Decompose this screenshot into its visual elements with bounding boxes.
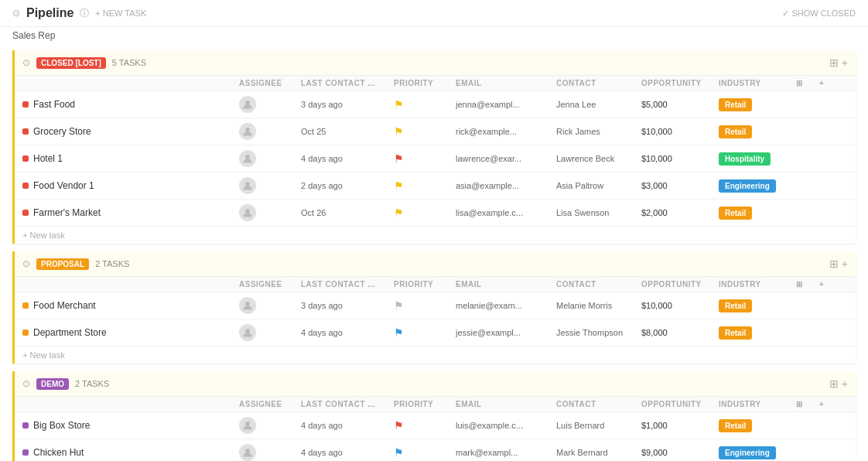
grid-icon[interactable]: ⊞ xyxy=(829,258,839,270)
opportunity-cell: $3,000 xyxy=(641,181,719,190)
info-icon[interactable]: ⓘ xyxy=(80,7,89,20)
opportunity-cell: $10,000 xyxy=(641,154,719,163)
email-cell: jessie@exampl... xyxy=(456,328,556,337)
task-dot xyxy=(22,210,29,216)
table-row[interactable]: Chicken Hut 4 days ago ⚑ mark@exampl... … xyxy=(15,439,856,461)
priority-cell: ⚑ xyxy=(394,152,456,165)
table-row[interactable]: Food Vendor 1 2 days ago ⚑ asia@example.… xyxy=(15,172,856,200)
task-name: Food Vendor 1 xyxy=(22,180,239,191)
industry-cell: Retail xyxy=(719,126,796,137)
industry-cell: Engineering xyxy=(719,180,796,191)
pipeline-title: Pipeline xyxy=(26,6,73,20)
th-email: EMAIL xyxy=(456,280,556,289)
priority-cell: ⚑ xyxy=(394,98,456,111)
th-last-contact: LAST CONTACT ... xyxy=(301,400,394,408)
last-contact-cell: 3 days ago xyxy=(301,100,394,109)
contact-cell: Lawrence Beck xyxy=(556,154,641,163)
industry-badge: Engineering xyxy=(719,446,776,459)
section-tasks-count: 5 TASKS xyxy=(112,58,146,67)
priority-flag: ⚑ xyxy=(394,299,404,312)
grid-icon[interactable]: ⊞ xyxy=(829,377,839,390)
last-contact-cell: 4 days ago xyxy=(301,421,394,430)
industry-badge: Retail xyxy=(719,299,752,312)
th-assignee: ASSIGNEE xyxy=(239,280,301,289)
industry-cell: Hospitality xyxy=(719,153,796,164)
task-dot xyxy=(22,128,29,135)
collapse-icon[interactable]: ⊙ xyxy=(12,8,20,19)
priority-cell: ⚑ xyxy=(394,419,456,432)
section-header-icons: ⊞ + xyxy=(829,377,848,390)
table-row[interactable]: Grocery Store Oct 25 ⚑ rick@example... R… xyxy=(15,118,856,145)
th-assignee: ASSIGNEE xyxy=(239,79,301,87)
task-name: Farmer's Market xyxy=(22,207,239,218)
assignee-avatar xyxy=(239,150,256,167)
task-name: Chicken Hut xyxy=(22,447,239,458)
add-task-icon[interactable]: + xyxy=(842,56,848,69)
svg-point-6 xyxy=(245,329,250,333)
email-cell: asia@example... xyxy=(456,181,556,190)
table-row[interactable]: Farmer's Market Oct 26 ⚑ lisa@example.c.… xyxy=(15,200,856,227)
task-name: Fast Food xyxy=(22,99,239,110)
section-proposal: ⊙ PROPOSAL 2 TASKS ⊞ + ASSIGNEE LAST CON… xyxy=(12,251,856,364)
contact-cell: Jenna Lee xyxy=(556,100,641,109)
th-opportunity: OPPORTUNITY xyxy=(641,280,719,289)
industry-badge: Hospitality xyxy=(719,152,771,166)
section-collapse-icon[interactable]: ⊙ xyxy=(22,258,30,269)
add-task-icon[interactable]: + xyxy=(842,377,848,390)
new-task-link[interactable]: + New task xyxy=(15,227,856,244)
last-contact-cell: 4 days ago xyxy=(301,154,394,163)
new-task-header-button[interactable]: + NEW TASK xyxy=(95,9,146,18)
section-tasks-count: 2 TASKS xyxy=(95,259,129,268)
industry-cell: Retail xyxy=(719,207,796,218)
industry-badge: Retail xyxy=(719,125,752,138)
svg-point-7 xyxy=(245,422,250,426)
task-dot xyxy=(22,183,29,189)
th-industry: INDUSTRY xyxy=(719,79,796,87)
priority-flag: ⚑ xyxy=(394,98,404,111)
industry-cell: Retail xyxy=(719,300,796,311)
task-name: Department Store xyxy=(22,327,239,338)
email-cell: lisa@example.c... xyxy=(456,208,556,217)
show-closed-button[interactable]: ✓ SHOW CLOSED xyxy=(782,8,856,19)
assignee-cell xyxy=(239,444,301,461)
task-name: Food Merchant xyxy=(22,300,239,311)
th-last-contact: LAST CONTACT ... xyxy=(301,280,394,289)
last-contact-cell: 2 days ago xyxy=(301,181,394,190)
assignee-avatar xyxy=(239,417,256,434)
th-opportunity: OPPORTUNITY xyxy=(641,79,719,87)
contact-cell: Mark Bernard xyxy=(556,448,641,457)
last-contact-cell: Oct 26 xyxy=(301,208,394,217)
grid-icon[interactable]: ⊞ xyxy=(829,56,839,69)
assignee-cell xyxy=(239,417,301,434)
assignee-avatar xyxy=(239,444,256,461)
table-header: ASSIGNEE LAST CONTACT ... PRIORITY EMAIL… xyxy=(15,276,856,292)
email-cell: melanie@exam... xyxy=(456,301,556,310)
main-content: ⊙ CLOSED [LOST] 5 TASKS ⊞ + ASSIGNEE LAS… xyxy=(0,47,868,461)
task-dot xyxy=(22,101,29,108)
add-task-icon[interactable]: + xyxy=(842,258,848,270)
task-dot xyxy=(22,449,29,456)
industry-badge: Retail xyxy=(719,419,752,432)
table-row[interactable]: Big Box Store 4 days ago ⚑ luis@example.… xyxy=(15,412,856,439)
table-row[interactable]: Hotel 1 4 days ago ⚑ lawrence@exar... La… xyxy=(15,145,856,172)
table-row[interactable]: Department Store 4 days ago ⚑ jessie@exa… xyxy=(15,319,856,347)
svg-point-1 xyxy=(245,128,250,132)
opportunity-cell: $10,000 xyxy=(641,127,719,136)
table-row[interactable]: Food Merchant 3 days ago ⚑ melanie@exam.… xyxy=(15,292,856,319)
assignee-avatar xyxy=(239,324,256,341)
last-contact-cell: Oct 25 xyxy=(301,127,394,136)
table-row[interactable]: Fast Food 3 days ago ⚑ jenna@exampl... J… xyxy=(15,91,856,118)
email-cell: luis@example.c... xyxy=(456,421,556,430)
section-collapse-icon[interactable]: ⊙ xyxy=(22,378,30,389)
priority-flag: ⚑ xyxy=(394,326,404,339)
new-task-link[interactable]: + New task xyxy=(15,347,856,364)
th-email: EMAIL xyxy=(456,79,556,87)
industry-badge: Engineering xyxy=(719,179,776,193)
section-collapse-icon[interactable]: ⊙ xyxy=(22,57,30,68)
th-contact: CONTACT xyxy=(556,280,641,289)
priority-flag: ⚑ xyxy=(394,419,404,432)
industry-cell: Retail xyxy=(719,327,796,338)
opportunity-cell: $8,000 xyxy=(641,328,719,337)
email-cell: jenna@exampl... xyxy=(456,100,556,109)
header-left: ⊙ Pipeline ⓘ + NEW TASK xyxy=(12,6,146,20)
